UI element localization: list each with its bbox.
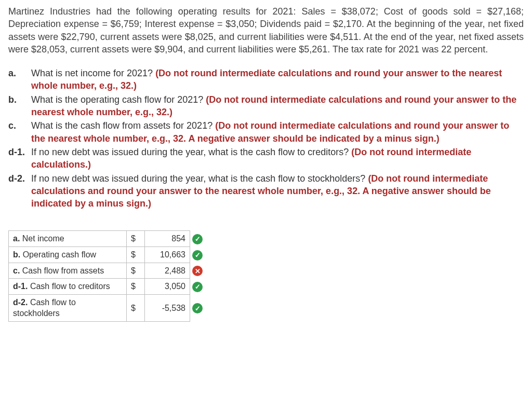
answer-input[interactable]: 2,488 xyxy=(145,263,190,279)
answer-input[interactable]: 3,050 xyxy=(145,279,190,295)
question-label: c. xyxy=(8,119,31,132)
answers-table: a. Net income $ 854 ✓ b. Operating cash … xyxy=(8,230,209,322)
currency-symbol: $ xyxy=(127,263,145,279)
question-text: What is net income for 2021? (Do not rou… xyxy=(31,67,524,92)
question-label: b. xyxy=(8,93,31,106)
check-icon: ✓ xyxy=(192,282,203,292)
question-label: d-1. xyxy=(8,146,31,158)
currency-symbol: $ xyxy=(127,247,145,263)
currency-symbol: $ xyxy=(127,294,145,321)
question-list: a. What is net income for 2021? (Do not … xyxy=(8,67,524,210)
answer-input[interactable]: -5,538 xyxy=(145,294,190,321)
cross-icon: ✕ xyxy=(192,266,203,276)
question-b: b. What is the operating cash flow for 2… xyxy=(8,93,524,119)
question-text: If no new debt was issued during the yea… xyxy=(31,172,524,210)
question-text: What is the cash flow from assets for 20… xyxy=(31,119,524,145)
table-row: a. Net income $ 854 ✓ xyxy=(9,231,209,247)
question-text: What is the operating cash flow for 2021… xyxy=(31,93,524,119)
check-icon: ✓ xyxy=(192,303,203,313)
question-c: c. What is the cash flow from assets for… xyxy=(8,119,524,145)
currency-symbol: $ xyxy=(127,279,145,295)
answer-input[interactable]: 854 xyxy=(145,231,190,247)
question-d1: d-1. If no new debt was issued during th… xyxy=(8,146,524,171)
answer-input[interactable]: 10,663 xyxy=(145,247,190,263)
check-icon: ✓ xyxy=(192,250,203,261)
table-row: c. Cash flow from assets $ 2,488 ✕ xyxy=(9,263,209,279)
table-row: d-1. Cash flow to creditors $ 3,050 ✓ xyxy=(9,279,209,295)
table-row: d-2. Cash flow to stockholders $ -5,538 … xyxy=(9,294,209,321)
problem-statement: Martinez Industries had the following op… xyxy=(8,5,524,56)
check-icon: ✓ xyxy=(192,234,203,244)
question-a: a. What is net income for 2021? (Do not … xyxy=(8,67,524,92)
table-row: b. Operating cash flow $ 10,663 ✓ xyxy=(9,247,209,263)
question-text: If no new debt was issued during the yea… xyxy=(31,146,524,171)
question-d2: d-2. If no new debt was issued during th… xyxy=(8,172,524,210)
currency-symbol: $ xyxy=(127,231,145,247)
question-label: a. xyxy=(8,67,31,79)
question-label: d-2. xyxy=(8,172,31,185)
